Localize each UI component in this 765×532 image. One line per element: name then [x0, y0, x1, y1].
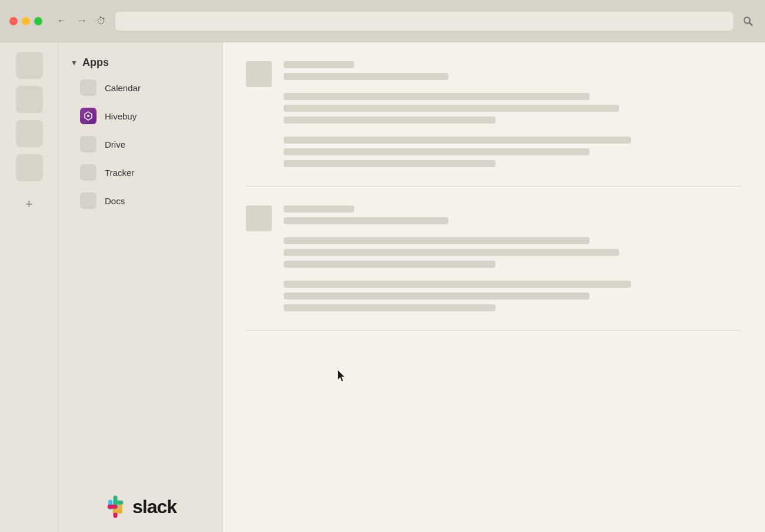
cursor	[338, 370, 346, 384]
minimize-button[interactable]	[22, 17, 30, 25]
history-button[interactable]: ⏱	[94, 12, 108, 29]
post-body2-2a	[284, 281, 631, 288]
back-button[interactable]: ←	[54, 12, 69, 29]
tracker-label: Tracker	[105, 168, 134, 178]
sidebar-icon-2[interactable]	[16, 86, 43, 113]
sidebar-item-docs[interactable]: Docs	[59, 187, 222, 215]
post-body-2a	[284, 237, 590, 244]
main-layout: + ▼ Apps Calendar Hivebuy Drive	[0, 42, 765, 532]
post-body2-1b	[284, 148, 590, 155]
docs-icon	[80, 192, 97, 209]
svg-rect-9	[113, 500, 123, 504]
content-area	[222, 42, 765, 532]
traffic-lights	[9, 17, 42, 25]
post-body-2c	[284, 261, 495, 268]
sidebar-icon-4[interactable]	[16, 154, 43, 181]
apps-label: Apps	[82, 56, 109, 69]
nav-buttons: ← → ⏱	[54, 12, 108, 29]
docs-label: Docs	[105, 196, 125, 206]
nav-sidebar: ▼ Apps Calendar Hivebuy Drive T	[59, 42, 222, 532]
slack-branding: slack	[59, 496, 222, 518]
icon-sidebar: +	[0, 42, 59, 532]
search-icon	[743, 16, 753, 26]
chevron-down-icon: ▼	[71, 59, 78, 67]
slack-icon	[104, 496, 127, 518]
post-title-2a	[284, 205, 354, 212]
svg-point-3	[87, 115, 89, 117]
divider-2	[246, 330, 741, 331]
post-body2-1c	[284, 160, 495, 167]
sidebar-item-calendar[interactable]: Calendar	[59, 74, 222, 102]
svg-rect-10	[112, 509, 122, 513]
hivebuy-icon	[80, 108, 97, 124]
address-bar[interactable]	[115, 12, 733, 31]
slack-logo	[104, 496, 127, 518]
post-content-2	[284, 205, 741, 311]
sidebar-icon-3[interactable]	[16, 120, 43, 147]
post-body2-2c	[284, 304, 495, 311]
post-item-2	[246, 205, 741, 311]
avatar-1	[246, 61, 272, 87]
post-title-1b	[284, 73, 448, 80]
divider-1	[246, 186, 741, 187]
sidebar-icon-1[interactable]	[16, 52, 43, 79]
calendar-icon	[80, 79, 97, 96]
sidebar-item-drive[interactable]: Drive	[59, 130, 222, 158]
post-item-1	[246, 61, 741, 167]
calendar-label: Calendar	[105, 83, 141, 93]
add-workspace-button[interactable]: +	[16, 191, 43, 218]
svg-rect-11	[108, 504, 118, 508]
apps-header[interactable]: ▼ Apps	[59, 52, 222, 74]
drive-label: Drive	[105, 139, 125, 149]
search-button[interactable]	[740, 14, 756, 29]
close-button[interactable]	[9, 17, 18, 25]
avatar-2	[246, 205, 272, 231]
post-body-1a	[284, 93, 590, 100]
tracker-icon	[80, 164, 97, 181]
post-body2-2b	[284, 292, 590, 300]
slack-wordmark: slack	[132, 496, 177, 518]
hivebuy-label: Hivebuy	[105, 111, 137, 121]
forward-button[interactable]: →	[74, 12, 89, 29]
post-body2-1a	[284, 137, 631, 144]
post-body-1c	[284, 117, 495, 124]
post-title-2b	[284, 217, 448, 224]
sidebar-item-hivebuy[interactable]: Hivebuy	[59, 102, 222, 130]
sidebar-item-tracker[interactable]: Tracker	[59, 158, 222, 187]
post-title-1a	[284, 61, 354, 68]
fullscreen-button[interactable]	[34, 17, 42, 25]
post-content-1	[284, 61, 741, 167]
drive-icon	[80, 136, 97, 152]
post-body-1b	[284, 105, 619, 112]
post-body-2b	[284, 249, 619, 256]
svg-line-1	[750, 22, 753, 25]
browser-chrome: ← → ⏱	[0, 0, 765, 42]
